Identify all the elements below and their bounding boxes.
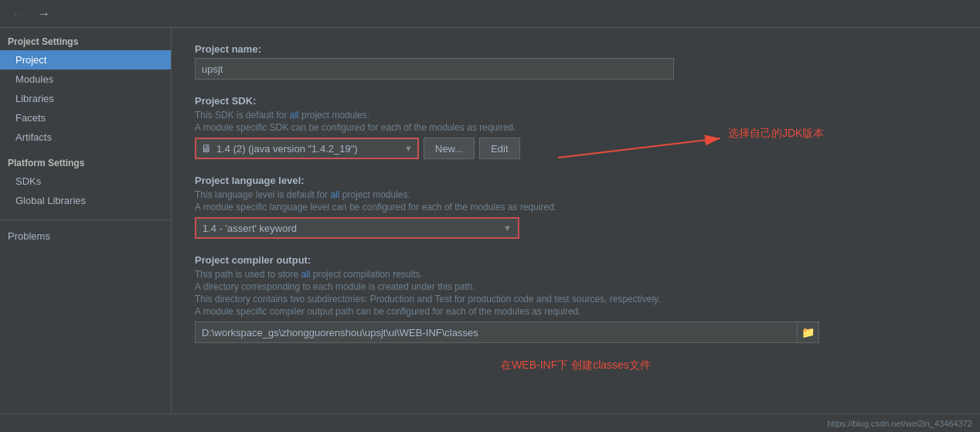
compiler-desc1: This path is used to store all project c… [195, 269, 957, 280]
sidebar-item-sdks[interactable]: SDKs [0, 172, 171, 191]
sdk-dropdown[interactable]: 🖥 1.4 (2) (java version "1.4.2_19") ▼ [195, 138, 419, 159]
compiler-browse-button[interactable]: 📁 [798, 321, 819, 343]
sidebar-item-artifacts[interactable]: Artifacts [0, 128, 171, 147]
compiler-desc2: A directory corresponding to each module… [195, 281, 957, 292]
project-sdk-label: Project SDK: [195, 95, 957, 107]
compiler-output-input[interactable] [195, 321, 798, 343]
project-language-level-section: Project language level: This language le… [195, 175, 957, 239]
sidebar-item-project[interactable]: Project [0, 50, 171, 70]
bottom-link: https://blog.csdn.net/wei2in_43464372 [827, 419, 972, 428]
project-sdk-section: Project SDK: This SDK is default for all… [195, 95, 957, 159]
forward-button[interactable]: → [34, 5, 54, 22]
sidebar-item-modules[interactable]: Modules [0, 70, 171, 89]
sidebar-item-problems[interactable]: Problems [0, 226, 171, 246]
sdk-dropdown-arrow-icon: ▼ [404, 144, 413, 153]
lang-desc2: A module specific language level can be … [195, 202, 957, 213]
sdk-row: 🖥 1.4 (2) (java version "1.4.2_19") ▼ Ne… [195, 138, 957, 159]
sdk-new-button[interactable]: New... [424, 138, 475, 159]
content-area: Project name: Project SDK: This SDK is d… [172, 28, 980, 413]
problems-section: Problems [0, 219, 171, 246]
sdk-icon: 🖥 [201, 142, 212, 155]
main-layout: Project Settings Project Modules Librari… [0, 28, 980, 413]
lang-desc1: This language level is default for all p… [195, 189, 957, 200]
project-compiler-output-section: Project compiler output: This path is us… [195, 254, 957, 343]
sidebar-divider [0, 147, 171, 153]
sidebar-item-facets[interactable]: Facets [0, 108, 171, 128]
compiler-output-row: 📁 [195, 321, 957, 343]
bottom-annotation: 在WEB-INF下 创建classes文件 [195, 359, 957, 372]
folder-icon: 📁 [801, 326, 815, 338]
sidebar-item-libraries[interactable]: Libraries [0, 89, 171, 108]
sdk-desc2: A module specific SDK can be configured … [195, 122, 957, 133]
bottom-bar: https://blog.csdn.net/wei2in_43464372 [0, 413, 980, 432]
top-navigation-bar: ← → [0, 0, 980, 28]
compiler-desc4: A module specific compiler output path c… [195, 306, 957, 317]
back-button[interactable]: ← [8, 5, 28, 22]
project-name-input[interactable] [195, 58, 674, 80]
sdk-dropdown-text: 1.4 (2) (java version "1.4.2_19") [216, 143, 400, 155]
project-name-label: Project name: [195, 43, 957, 55]
project-language-label: Project language level: [195, 175, 957, 186]
language-level-dropdown[interactable]: 1.4 - 'assert' keyword ▼ [195, 217, 519, 239]
sdk-desc1: This SDK is default for all project modu… [195, 110, 957, 121]
project-name-section: Project name: [195, 43, 957, 80]
sdk-edit-button[interactable]: Edit [479, 138, 519, 159]
sidebar-item-global-libraries[interactable]: Global Libraries [0, 191, 171, 210]
project-settings-section-title: Project Settings [0, 32, 171, 50]
compiler-desc3: This directory contains two subdirectori… [195, 294, 957, 304]
sidebar: Project Settings Project Modules Librari… [0, 28, 172, 413]
language-level-dropdown-arrow-icon: ▼ [503, 223, 512, 233]
language-level-dropdown-text: 1.4 - 'assert' keyword [202, 223, 503, 234]
platform-settings-section-title: Platform Settings [0, 153, 171, 172]
project-compiler-label: Project compiler output: [195, 254, 957, 266]
